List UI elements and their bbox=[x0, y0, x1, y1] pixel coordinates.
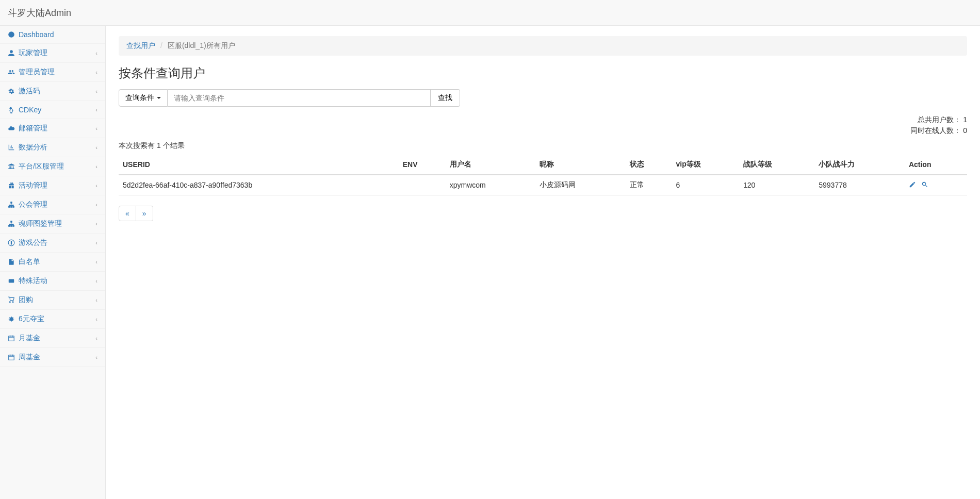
cart-icon bbox=[8, 296, 15, 304]
cell-action bbox=[905, 175, 967, 195]
results-table: USERIDENV用户名昵称状态vip等级战队等级小队战斗力Action 5d2… bbox=[119, 155, 967, 195]
sidebar-item-label: 6元夺宝 bbox=[19, 314, 44, 324]
page-next-button[interactable]: » bbox=[136, 206, 153, 221]
sidebar-item-label: 特殊活动 bbox=[19, 276, 47, 286]
cloud-icon bbox=[8, 125, 15, 132]
table-header: 战队等级 bbox=[739, 155, 814, 175]
sidebar-item-label: 玩家管理 bbox=[19, 48, 47, 58]
online-users-value: 0 bbox=[963, 126, 967, 135]
sidebar-item-12[interactable]: 白名单‹ bbox=[0, 253, 105, 272]
calendar-icon bbox=[8, 335, 15, 342]
gift-icon bbox=[8, 182, 15, 189]
svg-rect-2 bbox=[9, 279, 14, 283]
sidebar-item-9[interactable]: 公会管理‹ bbox=[0, 195, 105, 214]
breadcrumb-link[interactable]: 查找用户 bbox=[126, 41, 155, 51]
sitemap-icon bbox=[8, 201, 15, 208]
cell-power: 5993778 bbox=[814, 175, 905, 195]
users-icon bbox=[8, 69, 15, 76]
svg-rect-0 bbox=[11, 241, 11, 242]
user-icon bbox=[8, 49, 15, 57]
sidebar-item-label: 游戏公告 bbox=[19, 238, 47, 247]
cell-env bbox=[399, 175, 446, 195]
table-header: ENV bbox=[399, 155, 446, 175]
svg-rect-4 bbox=[9, 355, 14, 360]
sidebar-item-3[interactable]: 激活码‹ bbox=[0, 82, 105, 101]
sidebar-item-label: 活动管理 bbox=[19, 181, 47, 190]
file-icon bbox=[8, 258, 15, 265]
sidebar-item-4[interactable]: CDKey‹ bbox=[0, 101, 105, 119]
sidebar-item-label: 公会管理 bbox=[19, 200, 47, 209]
dashboard-icon bbox=[8, 31, 15, 38]
sidebar-item-2[interactable]: 管理员管理‹ bbox=[0, 63, 105, 82]
calendar-icon bbox=[8, 354, 15, 361]
edit-icon[interactable] bbox=[909, 181, 916, 190]
sidebar-item-label: 月基金 bbox=[19, 334, 40, 343]
sidebar-item-label: 魂师图鉴管理 bbox=[19, 219, 62, 228]
sidebar-item-7[interactable]: 平台/区服管理‹ bbox=[0, 157, 105, 176]
sidebar-item-5[interactable]: 邮箱管理‹ bbox=[0, 119, 105, 138]
table-header: 状态 bbox=[626, 155, 672, 175]
search-button[interactable]: 查找 bbox=[431, 89, 460, 107]
cell-vip: 6 bbox=[672, 175, 739, 195]
caret-down-icon bbox=[157, 97, 161, 99]
total-users-value: 1 bbox=[963, 115, 967, 124]
chevron-left-icon: ‹ bbox=[95, 354, 97, 360]
sidebar-item-label: 数据分析 bbox=[19, 143, 47, 152]
sidebar: Dashboard玩家管理‹管理员管理‹激活码‹CDKey‹邮箱管理‹数据分析‹… bbox=[0, 26, 106, 499]
cell-nickname: 小皮源码网 bbox=[535, 175, 626, 195]
sidebar-item-label: 邮箱管理 bbox=[19, 124, 47, 133]
sidebar-item-label: 周基金 bbox=[19, 353, 40, 362]
sidebar-item-0[interactable]: Dashboard bbox=[0, 26, 105, 44]
chevron-left-icon: ‹ bbox=[95, 278, 97, 284]
table-header: 昵称 bbox=[535, 155, 626, 175]
cell-username: xpymwcom bbox=[446, 175, 536, 195]
table-header: USERID bbox=[119, 155, 399, 175]
brand-title: 斗罗大陆Admin bbox=[8, 7, 71, 19]
chevron-left-icon: ‹ bbox=[95, 125, 97, 131]
page-prev-button[interactable]: « bbox=[119, 206, 136, 221]
sidebar-item-16[interactable]: 月基金‹ bbox=[0, 329, 105, 348]
sidebar-item-8[interactable]: 活动管理‹ bbox=[0, 176, 105, 195]
svg-rect-1 bbox=[11, 242, 11, 244]
chevron-left-icon: ‹ bbox=[95, 297, 97, 303]
gear-icon bbox=[8, 88, 15, 95]
sidebar-item-15[interactable]: 6元夺宝‹ bbox=[0, 310, 105, 329]
sidebar-item-17[interactable]: 周基金‹ bbox=[0, 348, 105, 367]
cell-status: 正常 bbox=[626, 175, 672, 195]
search-input[interactable] bbox=[168, 89, 431, 107]
sidebar-item-13[interactable]: 特殊活动‹ bbox=[0, 272, 105, 291]
sidebar-item-11[interactable]: 游戏公告‹ bbox=[0, 234, 105, 253]
sidebar-item-label: 团购 bbox=[19, 295, 33, 305]
page-title: 按条件查询用户 bbox=[119, 65, 967, 81]
sidebar-item-6[interactable]: 数据分析‹ bbox=[0, 138, 105, 157]
breadcrumb-separator: / bbox=[160, 41, 162, 51]
main-content: 查找用户 / 区服(dldl_1)所有用户 按条件查询用户 查询条件 查找 总共… bbox=[106, 26, 980, 499]
result-count: 本次搜索有 1 个结果 bbox=[119, 141, 967, 151]
table-header: Action bbox=[905, 155, 967, 175]
chevron-left-icon: ‹ bbox=[95, 50, 97, 56]
chart-icon bbox=[8, 144, 15, 151]
table-header: 用户名 bbox=[446, 155, 536, 175]
sidebar-item-10[interactable]: 魂师图鉴管理‹ bbox=[0, 214, 105, 234]
sidebar-item-1[interactable]: 玩家管理‹ bbox=[0, 44, 105, 63]
chevron-left-icon: ‹ bbox=[95, 163, 97, 170]
ticket-icon bbox=[8, 277, 15, 285]
chevron-left-icon: ‹ bbox=[95, 182, 97, 189]
sidebar-item-label: CDKey bbox=[19, 106, 41, 114]
search-criteria-dropdown[interactable]: 查询条件 bbox=[119, 89, 168, 107]
chevron-left-icon: ‹ bbox=[95, 202, 97, 208]
stats-block: 总共用户数： 1 同时在线人数： 0 bbox=[119, 114, 967, 136]
sitemap-icon bbox=[8, 220, 15, 227]
chevron-left-icon: ‹ bbox=[95, 240, 97, 246]
chevron-left-icon: ‹ bbox=[95, 221, 97, 227]
online-users-label: 同时在线人数： bbox=[910, 126, 961, 135]
search-form: 查询条件 查找 bbox=[119, 89, 967, 107]
pagination: « » bbox=[119, 206, 967, 221]
sidebar-item-14[interactable]: 团购‹ bbox=[0, 291, 105, 310]
topbar: 斗罗大陆Admin bbox=[0, 0, 980, 26]
total-users-label: 总共用户数： bbox=[918, 115, 961, 124]
chevron-left-icon: ‹ bbox=[95, 335, 97, 341]
breadcrumb-current: 区服(dldl_1)所有用户 bbox=[168, 41, 235, 51]
search-icon[interactable] bbox=[921, 181, 928, 190]
sidebar-item-label: 管理员管理 bbox=[19, 68, 55, 77]
